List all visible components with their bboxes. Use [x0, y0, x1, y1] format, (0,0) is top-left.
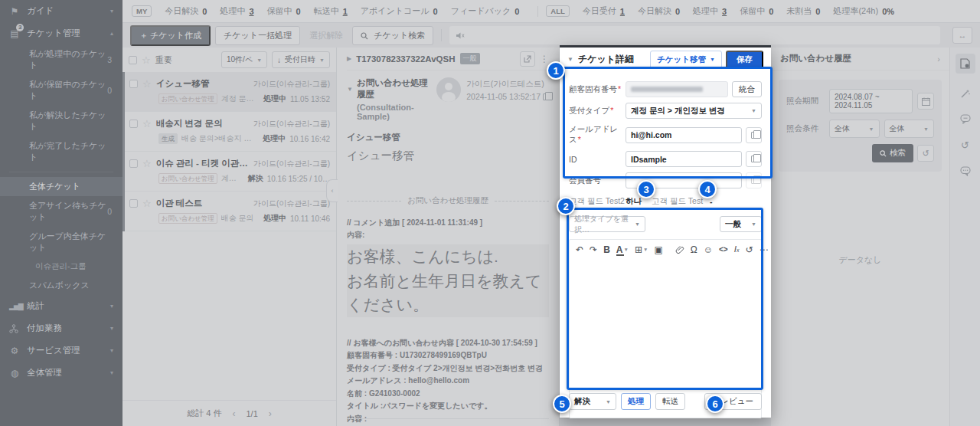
bold-icon[interactable]: B	[603, 245, 610, 254]
annotation-dot-2: 2	[557, 197, 575, 215]
copy-id-button[interactable]	[746, 151, 762, 167]
link-icon[interactable]	[675, 245, 684, 254]
clear-format-icon[interactable]: Ix	[734, 245, 740, 254]
annotation-dot-1: 1	[547, 61, 565, 80]
emoji-icon[interactable]: ☺	[704, 245, 713, 254]
field-label: 受付タイプ*	[569, 106, 626, 116]
ticket-detail-panel: ▼ チケット詳細 チケット移管 ▼ 保存 顧客固有番号* 統合 受付タイプ* 계…	[560, 45, 771, 418]
process-type-row: 処理タイプを選択… ▼ 一般 ▼	[569, 216, 762, 232]
special-char-icon[interactable]: Ω	[691, 245, 697, 254]
copy-member-no-button	[746, 172, 762, 188]
process-type-select[interactable]: 処理タイプを選択… ▼	[569, 216, 645, 232]
merge-button[interactable]: 統合	[732, 81, 762, 97]
chevron-down-icon: ▼	[635, 221, 640, 227]
chevron-down-icon: ▼	[606, 399, 611, 405]
copy-icon	[751, 177, 757, 184]
field-label: 会員番号	[569, 175, 626, 186]
annotation-dot-4: 4	[698, 180, 717, 198]
id-field[interactable]	[626, 151, 742, 167]
process-button[interactable]: 処理	[621, 393, 651, 410]
receipt-type-select[interactable]: 계정 문의 > 개인정보 변경 ▼	[626, 103, 762, 119]
font-color-icon[interactable]: A▼	[616, 245, 629, 254]
receipt-type-row: 受付タイプ* 계정 문의 > 개인정보 변경 ▼	[569, 103, 762, 119]
editor-toolbar: ↶ ↷ B A▼ ⊞▼ ▣ Ω ☺ <> Ix ↺ ⋯	[570, 240, 761, 260]
field-label: ID	[569, 155, 626, 164]
detail-title: チケット詳細	[578, 53, 634, 66]
forward-button[interactable]: 転送	[655, 393, 685, 410]
code-icon[interactable]: <>	[719, 246, 728, 254]
masked-value	[631, 87, 703, 92]
custom-fields-row: 고객 필드 Test2 하나 고객 필드 Test -	[569, 196, 762, 207]
customer-no-row: 顧客固有番号* 統合	[569, 81, 762, 97]
email-field[interactable]	[626, 127, 742, 143]
required-mark: *	[610, 106, 613, 115]
field-label: メールアドレス*	[569, 124, 626, 146]
annotation-dot-6: 6	[706, 395, 724, 413]
annotation-dot-5: 5	[553, 395, 571, 413]
redo-icon[interactable]: ↷	[590, 245, 597, 254]
tutorial-dim-overlay	[0, 0, 980, 426]
copy-email-button[interactable]	[746, 127, 762, 143]
chevron-down-icon: ▼	[751, 221, 756, 227]
undo-icon[interactable]: ↶	[576, 245, 583, 254]
field-label: 顧客固有番号*	[569, 84, 626, 95]
priority-select[interactable]: 一般 ▼	[720, 216, 762, 232]
image-icon[interactable]: ▣	[654, 245, 662, 254]
caret-down-icon[interactable]: ▼	[567, 56, 573, 63]
save-button[interactable]: 保存	[726, 51, 763, 69]
required-mark: *	[578, 135, 581, 144]
edit-history-icon[interactable]: ↺	[745, 245, 753, 254]
reply-editor[interactable]: ↶ ↷ B A▼ ⊞▼ ▣ Ω ☺ <> Ix ↺ ⋯	[569, 239, 762, 418]
annotation-dot-3: 3	[637, 180, 655, 198]
chevron-down-icon: ▼	[710, 57, 715, 62]
chevron-down-icon: ▼	[751, 108, 756, 113]
email-row: メールアドレス*	[569, 124, 762, 146]
copy-icon	[751, 132, 757, 139]
ticket-transfer-button[interactable]: チケット移管 ▼	[650, 51, 722, 69]
app-screen: ⚑ ガイド ▾ ▤3 チケット管理 ▴ 私が処理中のチケット 3 私が保留中のチ…	[0, 0, 980, 426]
detail-form: 顧客固有番号* 統合 受付タイプ* 계정 문의 > 개인정보 변경 ▼ メールア…	[560, 71, 771, 207]
more-tools-icon[interactable]: ⋯	[759, 245, 768, 254]
detail-actions: 解決 ▼ 処理 転送 プレビュー	[569, 393, 762, 410]
detail-header: ▼ チケット詳細 チケット移管 ▼ 保存	[560, 48, 771, 71]
copy-icon	[751, 156, 757, 162]
required-mark: *	[618, 84, 621, 93]
member-no-row: 会員番号	[569, 172, 762, 188]
table-icon[interactable]: ⊞▼	[635, 245, 648, 254]
customer-no-field	[626, 81, 728, 97]
id-row: ID	[569, 151, 762, 167]
resolve-status-select[interactable]: 解決 ▼	[569, 393, 616, 410]
